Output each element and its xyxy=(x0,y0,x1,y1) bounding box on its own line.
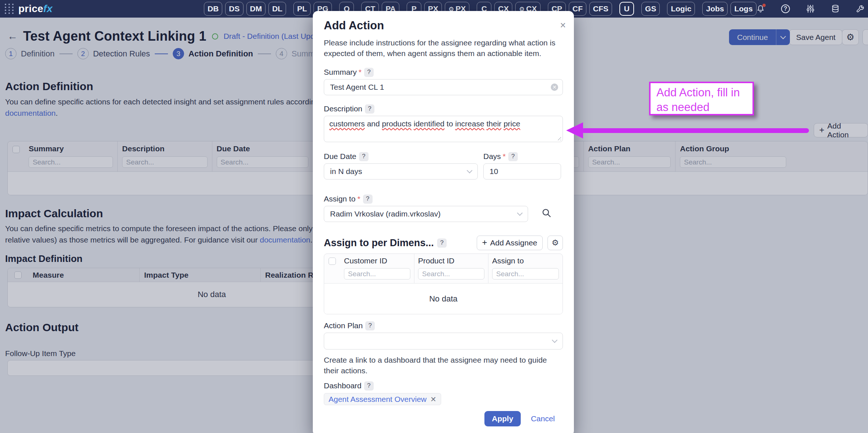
required-asterisk: * xyxy=(357,195,360,203)
preferences-sliders-icon[interactable] xyxy=(805,3,816,14)
action-plan-label: Action Plan xyxy=(324,321,363,330)
description-textarea[interactable]: customers and products identified to inc… xyxy=(324,116,563,142)
nav-module-pl[interactable]: PL xyxy=(293,2,311,16)
dashboard-field-group: Dashboard ? Agent Assessment Overview ✕ xyxy=(324,381,563,405)
customer-id-filter-input[interactable] xyxy=(344,268,410,280)
annotation-arrowhead-icon xyxy=(566,122,583,138)
annotation-callout: Add Action, fill in as needed xyxy=(649,82,754,115)
assign-per-dimension-heading: Assign to per Dimens... xyxy=(324,237,434,249)
help-badge[interactable]: ? xyxy=(364,381,374,391)
help-badge[interactable]: ? xyxy=(365,321,375,330)
help-badge[interactable]: ? xyxy=(437,238,447,248)
help-badge[interactable]: ? xyxy=(363,195,373,204)
nav-module-logs[interactable]: Logs xyxy=(730,2,756,16)
cancel-button[interactable]: Cancel xyxy=(531,414,555,423)
due-date-select[interactable]: in N days xyxy=(324,163,478,180)
days-field-group: Days* ? xyxy=(483,152,561,180)
required-asterisk: * xyxy=(503,152,506,161)
help-badge[interactable]: ? xyxy=(364,68,374,77)
summary-field-group: Summary* ? ✕ xyxy=(324,67,563,95)
modal-intro-text: Please include instructions for the assi… xyxy=(324,37,566,59)
description-field-group: Description ? customers and products ide… xyxy=(324,104,563,142)
table-settings-gear-button[interactable]: ⚙ xyxy=(547,236,563,250)
nav-module-u[interactable]: U xyxy=(619,2,634,16)
assign-to-filter-input[interactable] xyxy=(492,268,559,280)
apply-button[interactable]: Apply xyxy=(484,411,520,426)
search-icon[interactable] xyxy=(541,208,552,219)
add-assignee-button[interactable]: + Add Assignee xyxy=(477,236,543,250)
select-all-cell xyxy=(324,254,340,283)
days-input[interactable] xyxy=(483,163,561,180)
nav-module-db[interactable]: DB xyxy=(204,2,222,16)
nav-module-jobs[interactable]: Jobs xyxy=(702,2,728,16)
notifications-bell-icon[interactable] xyxy=(755,3,766,14)
nav-module-dl[interactable]: DL xyxy=(268,2,286,16)
action-plan-field-group: Action Plan ? xyxy=(324,321,563,349)
per-dimension-no-data: No data xyxy=(324,283,563,314)
annotation-arrow xyxy=(582,128,809,133)
column-assign-to: Assign to xyxy=(488,254,563,283)
nav-module-dm[interactable]: DM xyxy=(246,2,266,16)
clear-input-icon[interactable]: ✕ xyxy=(551,84,558,91)
app-launcher-icon[interactable] xyxy=(5,4,14,14)
required-asterisk: * xyxy=(359,68,362,77)
wrench-icon[interactable] xyxy=(855,3,866,14)
chevron-down-icon xyxy=(467,168,473,174)
help-badge[interactable]: ? xyxy=(508,152,518,161)
due-date-label: Due Date xyxy=(324,152,356,161)
remove-tag-icon[interactable]: ✕ xyxy=(430,395,436,404)
chevron-down-icon xyxy=(517,210,523,216)
chevron-down-icon xyxy=(552,337,558,343)
resize-handle[interactable] xyxy=(557,136,561,140)
nav-utility-icons: ? xyxy=(755,0,868,18)
nav-module-ds[interactable]: DS xyxy=(225,2,243,16)
modal-footer: Apply Cancel xyxy=(324,411,563,426)
column-product-id: Product ID xyxy=(414,254,488,283)
nav-module-cfs[interactable]: CFS xyxy=(589,2,612,16)
nav-module-gs[interactable]: GS xyxy=(641,2,660,16)
dashboard-label: Dashboard xyxy=(324,381,362,390)
dashboard-intro-text: Create a link to a dashboard that the as… xyxy=(324,355,555,376)
days-label: Days xyxy=(483,152,501,161)
add-action-modal: Add Action × Please include instructions… xyxy=(313,11,574,433)
plus-icon: + xyxy=(482,238,487,247)
modal-title: Add Action xyxy=(324,19,563,34)
database-icon[interactable] xyxy=(830,3,841,14)
summary-label: Summary xyxy=(324,68,357,77)
due-date-field-group: Due Date ? in N days xyxy=(324,152,478,180)
description-label: Description xyxy=(324,104,362,113)
help-badge[interactable]: ? xyxy=(359,152,369,161)
nav-module-logic[interactable]: Logic xyxy=(667,2,695,16)
assign-per-dimension-section: Assign to per Dimens... ? + Add Assignee… xyxy=(324,235,563,251)
help-badge[interactable]: ? xyxy=(365,104,374,114)
column-customer-id: Customer ID xyxy=(340,254,414,283)
product-id-filter-input[interactable] xyxy=(418,268,484,280)
assign-to-select[interactable]: Radim Vrkoslav (radim.vrkoslav) xyxy=(324,206,528,222)
assign-to-field-group: Assign to* ? Radim Vrkoslav (radim.vrkos… xyxy=(324,194,563,222)
close-icon[interactable]: × xyxy=(560,21,566,30)
assign-per-dimension-table: Customer ID Product ID Assign to No data xyxy=(324,253,563,314)
dashboard-tag[interactable]: Agent Assessment Overview ✕ xyxy=(324,393,441,405)
notification-badge xyxy=(762,4,766,7)
action-plan-select[interactable] xyxy=(324,333,563,349)
select-all-checkbox[interactable] xyxy=(329,258,336,265)
summary-input[interactable] xyxy=(324,79,563,95)
help-icon[interactable]: ? xyxy=(780,3,791,14)
assign-to-label: Assign to xyxy=(324,195,355,203)
pricefx-logo[interactable]: pricefx xyxy=(18,3,52,15)
